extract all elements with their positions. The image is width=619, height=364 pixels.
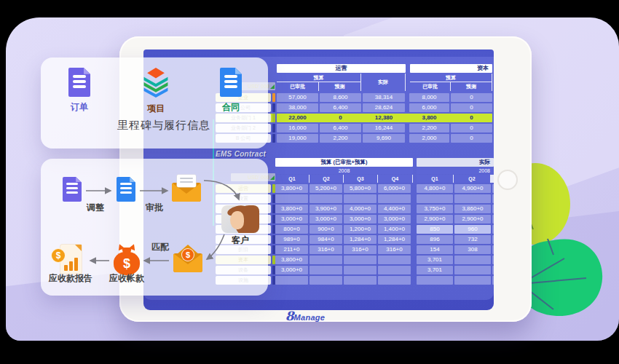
actual-q2-cell[interactable] <box>454 266 491 274</box>
cap-approved-cell[interactable]: 2,200 <box>409 124 449 132</box>
ops-actual-cell[interactable]: 38,314 <box>363 93 405 102</box>
actual-q2-cell[interactable]: 4,900+0 <box>454 184 491 193</box>
actual-q2-cell[interactable] <box>454 276 491 285</box>
actual-q1-cell[interactable] <box>417 194 453 203</box>
budget-q4-cell[interactable] <box>378 256 411 264</box>
actual-q2-cell[interactable] <box>454 194 491 203</box>
cap-forecast-cell[interactable]: 0 <box>451 103 492 112</box>
budget-q3-cell[interactable]: 5,800+0 <box>344 184 376 193</box>
budget-q2-cell[interactable]: 316+0 <box>310 245 342 254</box>
budget-q1-cell[interactable]: 3,000+0 <box>275 266 308 274</box>
cap-forecast-cell[interactable]: 0 <box>451 114 492 122</box>
budget-q3-cell[interactable] <box>344 266 376 274</box>
budget-q3-cell[interactable]: 316+0 <box>344 245 376 254</box>
actual-q1-cell[interactable]: 2,900+0 <box>417 215 453 223</box>
budget-q2-cell[interactable]: 3,900+0 <box>310 205 342 213</box>
bottom-table-row[interactable]: 211+0 316+0 316+0 316+0 154 308 <box>275 245 494 254</box>
budget-q4-cell[interactable]: 4,400+0 <box>378 205 411 213</box>
actual-q1-cell[interactable]: 4,800+0 <box>417 184 453 193</box>
budget-q4-cell[interactable]: 316+0 <box>378 245 411 254</box>
cap-forecast-cell[interactable]: 0 <box>451 134 492 143</box>
budget-q1-cell[interactable]: 211+0 <box>275 245 308 254</box>
top-table-row[interactable]: 22,000 0 12,380 3,800 0 <box>277 114 492 122</box>
budget-q2-cell[interactable] <box>310 194 342 203</box>
actual-q1-cell[interactable]: 154 <box>417 245 453 254</box>
budget-q4-cell[interactable]: 3,000+0 <box>378 215 411 223</box>
budget-q1-cell[interactable]: 3,000+0 <box>275 215 308 223</box>
ops-actual-cell[interactable]: 9,690 <box>363 134 405 143</box>
cap-approved-cell[interactable]: 8,000 <box>409 93 449 102</box>
bottom-table-row[interactable] <box>275 194 494 203</box>
budget-q1-cell[interactable]: 3,800+0 <box>275 256 308 264</box>
cap-approved-cell[interactable]: 3,800 <box>409 114 449 122</box>
actual-q2-cell[interactable] <box>454 256 491 264</box>
budget-q3-cell[interactable]: 1,200+0 <box>344 225 376 234</box>
budget-q3-cell[interactable]: 1,284+0 <box>344 235 376 244</box>
ops-approved-cell[interactable]: 16,000 <box>277 124 318 132</box>
ops-approved-cell[interactable]: 22,000 <box>277 114 318 122</box>
budget-q3-cell[interactable] <box>344 276 376 285</box>
top-table-row[interactable]: 19,000 2,200 9,690 2,000 0 <box>277 134 492 143</box>
budget-q4-cell[interactable]: 1,284+0 <box>378 235 411 244</box>
actual-q2-cell[interactable]: 732 <box>454 235 491 244</box>
cap-forecast-cell[interactable]: 0 <box>451 93 492 102</box>
budget-q4-cell[interactable] <box>378 194 411 203</box>
budget-q2-cell[interactable] <box>310 256 342 264</box>
actual-q1-cell[interactable]: 850 <box>417 225 453 234</box>
ops-actual-cell[interactable]: 28,624 <box>363 103 405 112</box>
bottom-table-row[interactable] <box>275 276 494 285</box>
budget-q1-cell[interactable]: 3,800+0 <box>275 184 308 193</box>
budget-q1-cell[interactable] <box>275 194 308 203</box>
budget-q3-cell[interactable]: 4,000+0 <box>344 205 376 213</box>
top-table-row[interactable]: 38,000 6,400 28,624 6,000 0 <box>277 103 492 112</box>
ops-approved-cell[interactable]: 19,000 <box>277 134 318 143</box>
actual-q2-cell[interactable]: 308 <box>454 245 491 254</box>
budget-q2-cell[interactable]: 5,200+0 <box>310 184 342 193</box>
bottom-table-row[interactable]: 3,000+0 3,701 <box>275 266 494 274</box>
ops-approved-cell[interactable]: 38,000 <box>277 103 318 112</box>
budget-q1-cell[interactable]: 800+0 <box>275 225 308 234</box>
top-table-row[interactable]: 57,000 8,600 38,314 8,000 0 <box>277 93 492 102</box>
bottom-table-row[interactable]: 3,800+0 3,900+0 4,000+0 4,400+0 3,750+0 … <box>275 205 494 213</box>
actual-q2-cell[interactable]: 2,900+0 <box>454 215 491 223</box>
budget-q1-cell[interactable]: 989+0 <box>275 235 308 244</box>
budget-q2-cell[interactable]: 984+0 <box>310 235 342 244</box>
ops-actual-cell[interactable]: 16,244 <box>363 124 405 132</box>
actual-q1-cell[interactable] <box>417 276 453 285</box>
budget-q1-cell[interactable]: 3,800+0 <box>275 205 308 213</box>
budget-q2-cell[interactable] <box>310 276 342 285</box>
budget-q4-cell[interactable] <box>378 276 411 285</box>
actual-q2-cell[interactable]: 960 <box>454 225 491 234</box>
ops-forecast-cell[interactable]: 8,600 <box>320 93 361 102</box>
budget-q4-cell[interactable]: 1,400+0 <box>378 225 411 234</box>
ops-forecast-cell[interactable]: 6,400 <box>320 103 361 112</box>
actual-q1-cell[interactable]: 3,701 <box>417 256 453 264</box>
ops-forecast-cell[interactable]: 0 <box>320 114 361 122</box>
cap-forecast-cell[interactable]: 0 <box>451 124 492 132</box>
ops-forecast-cell[interactable]: 2,200 <box>320 134 361 143</box>
budget-q4-cell[interactable]: 6,000+0 <box>378 184 411 193</box>
bottom-table-row[interactable]: 989+0 984+0 1,284+0 1,284+0 896 732 <box>275 235 494 244</box>
budget-q2-cell[interactable]: 900+0 <box>310 225 342 234</box>
ops-forecast-cell[interactable]: 6,400 <box>320 124 361 132</box>
bottom-table-row[interactable]: 3,800+0 5,200+0 5,800+0 6,000+0 4,800+0 … <box>275 184 494 193</box>
bottom-table-row[interactable]: 3,000+0 3,000+0 3,000+0 3,000+0 2,900+0 … <box>275 215 494 223</box>
actual-q1-cell[interactable]: 3,701 <box>417 266 453 274</box>
actual-q2-cell[interactable]: 3,860+0 <box>454 205 491 213</box>
ops-approved-cell[interactable]: 57,000 <box>277 93 318 102</box>
actual-q1-cell[interactable]: 896 <box>417 235 453 244</box>
budget-q3-cell[interactable]: 3,000+0 <box>344 215 376 223</box>
cap-approved-cell[interactable]: 6,000 <box>409 103 449 112</box>
budget-q4-cell[interactable] <box>378 266 411 274</box>
budget-q3-cell[interactable] <box>344 194 376 203</box>
cap-approved-cell[interactable]: 2,000 <box>409 134 449 143</box>
top-table-row[interactable]: 16,000 6,400 16,244 2,200 0 <box>277 124 492 132</box>
budget-q2-cell[interactable]: 3,000+0 <box>310 215 342 223</box>
home-button[interactable] <box>497 170 518 190</box>
budget-q3-cell[interactable] <box>344 256 376 264</box>
ops-actual-cell[interactable]: 12,380 <box>363 114 405 122</box>
bottom-table-row[interactable]: 800+0 900+0 1,200+0 1,400+0 850 960 <box>275 225 494 234</box>
budget-q1-cell[interactable] <box>275 276 308 285</box>
bottom-table-row[interactable]: 3,800+0 3,701 <box>275 256 494 264</box>
actual-q1-cell[interactable]: 3,750+0 <box>417 205 453 213</box>
